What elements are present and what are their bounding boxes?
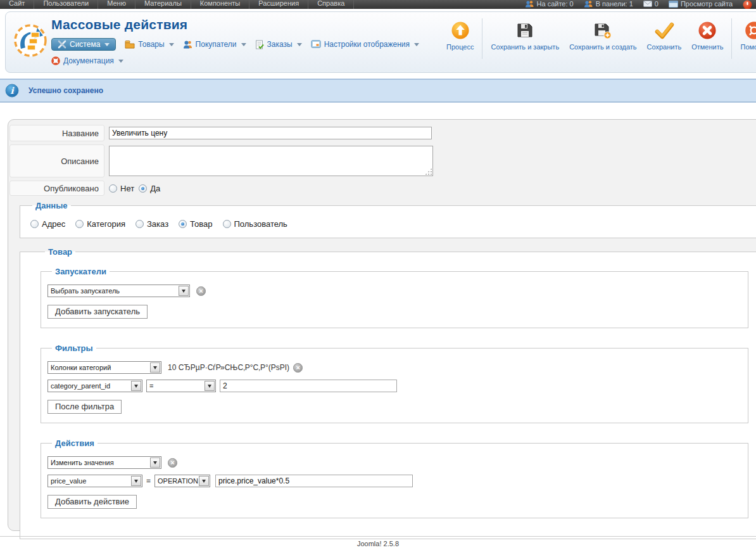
dropdown-arrow-icon <box>131 476 141 486</box>
dropdown-arrow-icon <box>179 286 189 296</box>
trigger-select[interactable]: Выбрать запускатель <box>47 285 190 297</box>
product-fieldset: Товар Запускатели Выбрать запускатель × … <box>20 247 756 539</box>
data-option-label: Заказ <box>147 219 168 229</box>
remove-filter-icon[interactable]: × <box>293 363 303 373</box>
topmenu-menus[interactable]: Меню <box>98 0 135 9</box>
save-button[interactable]: Сохранить <box>642 17 687 54</box>
filter-operator-select[interactable]: = <box>146 380 216 392</box>
vm-menu-system[interactable]: Система <box>51 38 116 51</box>
cancel-button[interactable]: Отменить <box>686 17 728 54</box>
published-label: Опубликовано <box>9 181 104 196</box>
topmenu-help[interactable]: Справка <box>308 0 354 9</box>
save-label: Сохранить <box>647 43 682 51</box>
filters-fieldset: Фильтры Колонки категорий 10 СЂРµР·СѓР»С… <box>41 343 748 423</box>
radio-icon[interactable] <box>75 220 84 228</box>
action-operation-select[interactable]: OPERATION <box>154 475 210 487</box>
vm-menu-shoppers-label: Покупатели <box>196 40 237 49</box>
toolbar: Процесс Сохранить и закрыть Сохранить и … <box>441 17 756 59</box>
data-option-address[interactable]: Адрес <box>30 219 65 229</box>
add-action-button[interactable]: Добавить действие <box>47 495 137 509</box>
save-new-button[interactable]: Сохранить и создать <box>564 17 641 54</box>
name-row: Название <box>9 125 756 141</box>
component-header-panel: Массовые действия Система Товары Покупат… <box>5 11 756 73</box>
filter-operator-value: = <box>147 380 204 392</box>
chevron-down-icon <box>297 43 302 46</box>
remove-action-icon[interactable]: × <box>168 458 177 468</box>
published-yes-option[interactable]: Да <box>139 184 160 193</box>
topmenu-users[interactable]: Пользователи <box>34 0 98 9</box>
add-trigger-button[interactable]: Добавить запускатель <box>47 305 148 319</box>
action-operation-value: OPERATION <box>155 475 198 487</box>
dropdown-arrow-icon <box>199 476 209 486</box>
lifebuoy-icon <box>51 56 60 65</box>
data-option-user[interactable]: Пользователь <box>223 219 287 229</box>
radio-icon[interactable] <box>179 220 187 228</box>
vm-menu-products[interactable]: Товары <box>125 40 173 49</box>
vm-menu-documentation-label: Документация <box>63 56 114 65</box>
radio-icon[interactable] <box>109 184 117 193</box>
person-icon <box>183 40 192 49</box>
save-close-button[interactable]: Сохранить и закрыть <box>486 17 564 54</box>
monitor-icon <box>311 40 321 49</box>
description-label: Описание <box>9 144 104 177</box>
filter-field-select[interactable]: category_parent_id <box>47 380 142 392</box>
help-button[interactable]: Помощь <box>735 17 756 54</box>
info-icon: i <box>5 84 19 98</box>
process-button[interactable]: Процесс <box>441 17 479 54</box>
action-type-select[interactable]: Изменить значения <box>47 456 161 469</box>
dropdown-arrow-icon <box>150 457 160 468</box>
radio-icon[interactable] <box>135 220 144 228</box>
radio-icon[interactable] <box>223 220 231 228</box>
vm-menu-orders[interactable]: Заказы <box>255 40 302 49</box>
topmenu-content[interactable]: Материалы <box>135 0 191 9</box>
save-icon <box>515 20 535 41</box>
topmenu-components[interactable]: Компоненты <box>191 0 249 9</box>
view-site-label: Просмотр сайта <box>681 0 733 8</box>
published-no-option[interactable]: Нет <box>109 184 134 193</box>
process-icon <box>450 20 470 41</box>
radio-icon[interactable] <box>139 184 147 193</box>
chevron-down-icon <box>414 43 419 46</box>
after-filter-button[interactable]: После фильтра <box>47 400 122 414</box>
virtuemart-menu-row2: Документация <box>51 56 123 65</box>
admin-statusbar: На сайте: 0 В панели: 1 0 Просмотр сайта <box>525 0 756 9</box>
form-header-rows: Название Описание Опубликовано Нет <box>8 120 756 196</box>
mail-icon <box>643 1 652 7</box>
help-label: Помощь <box>740 43 756 51</box>
logout-icon[interactable] <box>743 0 752 9</box>
chevron-down-icon <box>241 43 246 46</box>
view-site-link[interactable]: Просмотр сайта <box>669 0 733 8</box>
data-option-label: Категория <box>87 219 125 229</box>
triggers-legend: Запускатели <box>52 267 110 276</box>
private-messages-status[interactable]: 0 <box>643 0 658 8</box>
trigger-select-value: Выбрать запускатель <box>48 285 178 297</box>
vm-menu-display-settings[interactable]: Настройки отображения <box>311 40 419 49</box>
dropdown-arrow-icon <box>205 381 215 391</box>
data-option-order[interactable]: Заказ <box>135 219 168 229</box>
vm-menu-orders-label: Заказы <box>267 40 293 49</box>
remove-trigger-icon[interactable]: × <box>196 286 206 296</box>
data-option-product[interactable]: Товар <box>179 219 212 229</box>
topmenu-site[interactable]: Сайт <box>0 0 34 9</box>
save-close-label: Сохранить и закрыть <box>491 43 559 51</box>
filter-type-select[interactable]: Колонки категорий <box>47 361 161 374</box>
vm-menu-documentation[interactable]: Документация <box>51 56 123 65</box>
action-value-input[interactable] <box>215 475 413 487</box>
triggers-fieldset: Запускатели Выбрать запускатель × Добави… <box>41 267 748 328</box>
description-textarea[interactable] <box>109 146 433 176</box>
topmenu-extensions[interactable]: Расширения <box>249 0 308 9</box>
message-text: Успешно сохранено <box>28 86 103 95</box>
product-legend: Товар <box>45 247 75 257</box>
data-option-label: Адрес <box>42 219 65 229</box>
filter-value-input[interactable] <box>220 380 397 392</box>
document-check-icon <box>255 40 264 49</box>
radio-icon[interactable] <box>30 220 39 228</box>
data-option-category[interactable]: Категория <box>75 219 125 229</box>
action-field-select[interactable]: price_value <box>47 475 142 487</box>
cancel-label: Отменить <box>691 43 723 51</box>
chevron-down-icon <box>118 60 123 63</box>
name-input[interactable] <box>109 127 432 139</box>
system-message-bar: i Успешно сохранено <box>0 79 756 103</box>
process-label: Процесс <box>446 43 474 51</box>
vm-menu-shoppers[interactable]: Покупатели <box>183 40 246 49</box>
